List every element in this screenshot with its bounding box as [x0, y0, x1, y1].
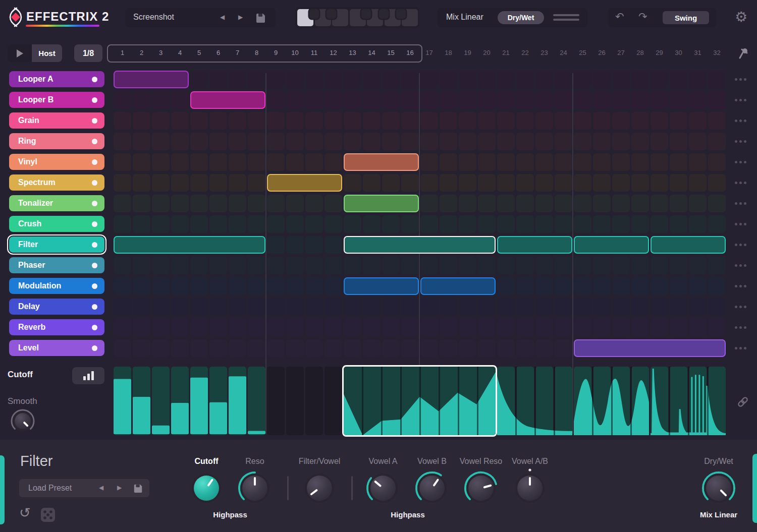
grid-cell[interactable]	[631, 319, 649, 336]
row-menu-ellipsis-icon[interactable]	[735, 326, 746, 329]
grid-cell[interactable]	[478, 174, 496, 192]
grid-cell[interactable]	[631, 71, 649, 88]
grid-cell[interactable]	[171, 319, 189, 336]
grid-cell[interactable]	[286, 298, 304, 316]
grid-cell[interactable]	[574, 195, 591, 212]
knob-vowel-reso[interactable]	[461, 468, 501, 508]
track-delay[interactable]: Delay	[9, 299, 104, 315]
grid-cell[interactable]	[152, 112, 170, 130]
grid-cell[interactable]	[651, 91, 668, 109]
track-enable-dot[interactable]	[92, 221, 97, 227]
grid-cell[interactable]	[171, 195, 189, 212]
grid-cell[interactable]	[286, 257, 304, 274]
preset-name[interactable]: Screenshot	[133, 13, 174, 22]
grid-cell[interactable]	[248, 339, 265, 357]
grid-cell[interactable]	[171, 174, 189, 192]
grid-cell[interactable]	[344, 71, 361, 88]
grid-cell[interactable]	[651, 71, 668, 88]
grid-cell[interactable]	[305, 298, 323, 316]
grid-cell[interactable]	[286, 236, 304, 254]
row-menu-ellipsis-icon[interactable]	[735, 182, 746, 184]
column-number-5[interactable]: 5	[190, 49, 208, 56]
grid-cell[interactable]	[612, 133, 630, 150]
pattern-key-black-1[interactable]	[309, 9, 319, 19]
grid-cell[interactable]	[459, 112, 476, 130]
grid-cell[interactable]	[267, 339, 285, 357]
grid-cell[interactable]	[555, 71, 572, 88]
grid-cell[interactable]	[229, 195, 246, 212]
grid-cell[interactable]	[689, 257, 707, 274]
grid-cell[interactable]	[670, 298, 687, 316]
grid-cell[interactable]	[209, 257, 227, 274]
column-number-29[interactable]: 29	[651, 49, 668, 56]
grid-cell[interactable]	[209, 133, 227, 150]
pattern-keyboard[interactable]	[295, 7, 419, 28]
track-reverb[interactable]: Reverb	[9, 319, 104, 335]
pattern-block-spectrum[interactable]	[267, 174, 342, 192]
sync-host-button[interactable]: Host	[32, 44, 62, 62]
grid-cell[interactable]	[363, 215, 381, 233]
column-number-22[interactable]: 22	[516, 49, 534, 56]
grid-cell[interactable]	[190, 153, 208, 171]
grid-cell[interactable]	[612, 298, 630, 316]
grid-cell[interactable]	[478, 195, 496, 212]
effect-preset-next-icon[interactable]: ▶	[117, 484, 122, 491]
track-enable-dot[interactable]	[92, 139, 97, 144]
grid-cell[interactable]	[574, 153, 591, 171]
grid-cell[interactable]	[152, 257, 170, 274]
grid-cell[interactable]	[286, 195, 304, 212]
grid-cell[interactable]	[401, 71, 419, 88]
preset-next-icon[interactable]: ▶	[238, 14, 243, 21]
grid-cell[interactable]	[535, 319, 553, 336]
grid-cell[interactable]	[593, 71, 611, 88]
grid-cell[interactable]	[459, 174, 476, 192]
grid-cell[interactable]	[535, 133, 553, 150]
column-number-12[interactable]: 12	[325, 49, 342, 56]
grid-cell[interactable]	[286, 91, 304, 109]
grid-cell[interactable]	[593, 257, 611, 274]
row-menu-ellipsis-icon[interactable]	[735, 306, 746, 308]
grid-cell[interactable]	[631, 277, 649, 295]
grid-cell[interactable]	[459, 153, 476, 171]
track-enable-dot[interactable]	[92, 97, 97, 103]
grid-cell[interactable]	[497, 71, 515, 88]
grid-cell[interactable]	[612, 153, 630, 171]
grid-cell[interactable]	[267, 91, 285, 109]
grid-cell[interactable]	[344, 174, 361, 192]
track-enable-dot[interactable]	[92, 263, 97, 268]
row-menu-ellipsis-icon[interactable]	[735, 264, 746, 267]
grid-cell[interactable]	[133, 133, 150, 150]
grid-cell[interactable]	[133, 153, 150, 171]
grid-cell[interactable]	[574, 298, 591, 316]
grid-cell[interactable]	[248, 277, 265, 295]
grid-cell[interactable]	[248, 174, 265, 192]
knob-dry-wet[interactable]	[698, 468, 739, 508]
grid-cell[interactable]	[516, 195, 534, 212]
grid-cell[interactable]	[325, 236, 342, 254]
grid-cell[interactable]	[152, 339, 170, 357]
grid-cell[interactable]	[651, 195, 668, 212]
grid-cell[interactable]	[382, 319, 400, 336]
grid-cell[interactable]	[248, 112, 265, 130]
grid-cell[interactable]	[171, 277, 189, 295]
column-number-32[interactable]: 32	[708, 49, 726, 56]
row-menu-ellipsis-icon[interactable]	[735, 244, 746, 246]
grid-cell[interactable]	[535, 257, 553, 274]
grid-cell[interactable]	[209, 277, 227, 295]
grid-cell[interactable]	[478, 91, 496, 109]
grid-cell[interactable]	[363, 319, 381, 336]
grid-cell[interactable]	[209, 195, 227, 212]
grid-cell[interactable]	[133, 91, 150, 109]
column-number-11[interactable]: 11	[305, 49, 323, 56]
row-menu-ellipsis-icon[interactable]	[735, 285, 746, 287]
grid-cell[interactable]	[593, 153, 611, 171]
grid-cell[interactable]	[535, 195, 553, 212]
grid-cell[interactable]	[574, 174, 591, 192]
grid-cell[interactable]	[516, 319, 534, 336]
grid-cell[interactable]	[133, 174, 150, 192]
grid-cell[interactable]	[516, 153, 534, 171]
grid-cell[interactable]	[670, 215, 687, 233]
grid-cell[interactable]	[516, 71, 534, 88]
grid-cell[interactable]	[593, 277, 611, 295]
grid-cell[interactable]	[248, 298, 265, 316]
